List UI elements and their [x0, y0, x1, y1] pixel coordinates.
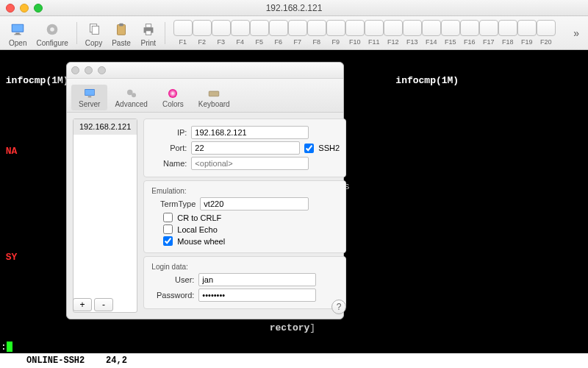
- svg-rect-7: [92, 26, 98, 34]
- fkey-f9[interactable]: F9: [326, 20, 345, 46]
- user-field[interactable]: [198, 273, 316, 286]
- svg-rect-12: [146, 30, 151, 35]
- toolbar-separator: [165, 22, 165, 44]
- svg-rect-15: [87, 96, 91, 98]
- fkey-f1[interactable]: F1: [173, 20, 193, 46]
- fkey-f12[interactable]: F12: [384, 20, 403, 46]
- svg-rect-3: [15, 34, 21, 35]
- termtype-field[interactable]: [200, 197, 309, 210]
- fkey-f3[interactable]: F3: [212, 20, 231, 46]
- fkey-f2[interactable]: F2: [193, 20, 212, 46]
- svg-point-5: [50, 27, 54, 32]
- gears-icon: [123, 87, 140, 100]
- fkey-f17[interactable]: F17: [479, 20, 498, 46]
- fkey-f15[interactable]: F15: [441, 20, 460, 46]
- tab-advanced[interactable]: Advanced: [107, 85, 154, 110]
- fkey-f5[interactable]: F5: [250, 20, 269, 46]
- fkey-f13[interactable]: F13: [403, 20, 422, 46]
- termtype-label: TermType: [150, 199, 196, 208]
- dialog-minimize-button[interactable]: [85, 66, 93, 74]
- name-label: Name:: [150, 159, 187, 168]
- monitor-icon: [10, 21, 26, 38]
- dialog-close-button[interactable]: [71, 66, 79, 74]
- copy-button[interactable]: Copy: [81, 17, 107, 49]
- svg-point-17: [132, 93, 136, 97]
- fkey-f20[interactable]: F20: [537, 20, 556, 46]
- terminal-status-bar: ONLINE-SSH2 24,2: [0, 353, 588, 368]
- fkey-f4[interactable]: F4: [231, 20, 250, 46]
- fkey-f18[interactable]: F18: [498, 20, 517, 46]
- local-echo-checkbox[interactable]: [163, 224, 173, 234]
- window-titlebar: 192.168.2.121: [0, 0, 588, 16]
- fkey-f10[interactable]: F10: [345, 20, 365, 46]
- login-section-label: Login data:: [151, 263, 340, 271]
- remove-server-button[interactable]: -: [94, 298, 113, 311]
- fkey-f14[interactable]: F14: [422, 20, 441, 46]
- dialog-titlebar: [67, 63, 343, 79]
- ssh2-label: SSH2: [318, 144, 340, 152]
- add-server-button[interactable]: +: [73, 298, 92, 311]
- mouse-wheel-checkbox[interactable]: [163, 236, 173, 246]
- gear-icon: [44, 21, 60, 38]
- emulation-group: Emulation: TermType CR to CRLF Local Ech…: [143, 180, 346, 253]
- window-title: 192.168.2.121: [0, 3, 588, 13]
- fkey-f6[interactable]: F6: [269, 20, 288, 46]
- dialog-zoom-button[interactable]: [98, 66, 106, 74]
- server-list[interactable]: 192.168.2.121 + -: [73, 118, 137, 313]
- settings-tabbar: Server Advanced Colors Keyboard: [67, 79, 343, 113]
- svg-rect-11: [146, 24, 151, 27]
- name-field[interactable]: [191, 157, 309, 170]
- tab-keyboard[interactable]: Keyboard: [191, 85, 237, 110]
- svg-rect-2: [15, 32, 20, 34]
- color-wheel-icon: [165, 87, 181, 100]
- fkey-f11[interactable]: F11: [365, 20, 384, 46]
- crlf-checkbox[interactable]: [163, 213, 173, 222]
- monitor-icon: [82, 87, 98, 100]
- tab-server[interactable]: Server: [71, 85, 107, 110]
- ssh2-checkbox[interactable]: [304, 144, 314, 153]
- login-group: Login data: User: Password:: [143, 256, 346, 309]
- fkey-f19[interactable]: F19: [517, 20, 537, 46]
- svg-rect-19: [209, 91, 220, 96]
- svg-rect-1: [12, 24, 24, 31]
- tab-colors[interactable]: Colors: [155, 85, 191, 110]
- ip-label: IP:: [150, 128, 187, 137]
- svg-point-18: [168, 89, 177, 98]
- fkey-f16[interactable]: F16: [460, 20, 479, 46]
- fkey-f7[interactable]: F7: [288, 20, 307, 46]
- password-field[interactable]: [198, 289, 316, 302]
- configure-button[interactable]: Configure: [32, 17, 72, 49]
- toolbar-overflow-button[interactable]: »: [573, 27, 584, 39]
- main-toolbar: Open Configure Copy Paste Print F1F2F3F4…: [0, 16, 588, 50]
- svg-rect-9: [119, 23, 123, 26]
- open-button[interactable]: Open: [4, 17, 31, 49]
- fkey-f8[interactable]: F8: [307, 20, 326, 46]
- svg-rect-14: [85, 90, 94, 96]
- print-button[interactable]: Print: [136, 17, 161, 49]
- toolbar-separator: [76, 22, 77, 44]
- paste-button[interactable]: Paste: [107, 17, 135, 49]
- server-settings-dialog: Server Advanced Colors Keyboard 192.168.…: [66, 62, 344, 319]
- function-keys: F1F2F3F4F5F6F7F8F9F10F11F12F13F14F15F16F…: [173, 20, 556, 46]
- port-label: Port:: [150, 144, 187, 152]
- emulation-section-label: Emulation:: [151, 187, 340, 195]
- password-label: Password:: [150, 291, 194, 300]
- copy-icon: [86, 21, 102, 38]
- ip-field[interactable]: [191, 126, 309, 139]
- help-button[interactable]: ?: [331, 300, 346, 314]
- svg-rect-8: [117, 24, 125, 35]
- port-field[interactable]: [191, 141, 300, 155]
- paste-icon: [113, 21, 129, 38]
- printer-icon: [140, 21, 157, 38]
- server-list-item[interactable]: 192.168.2.121: [74, 119, 137, 135]
- keyboard-icon: [206, 87, 222, 100]
- connection-group: IP: Port: SSH2 Name:: [143, 118, 346, 177]
- user-label: User:: [150, 275, 194, 284]
